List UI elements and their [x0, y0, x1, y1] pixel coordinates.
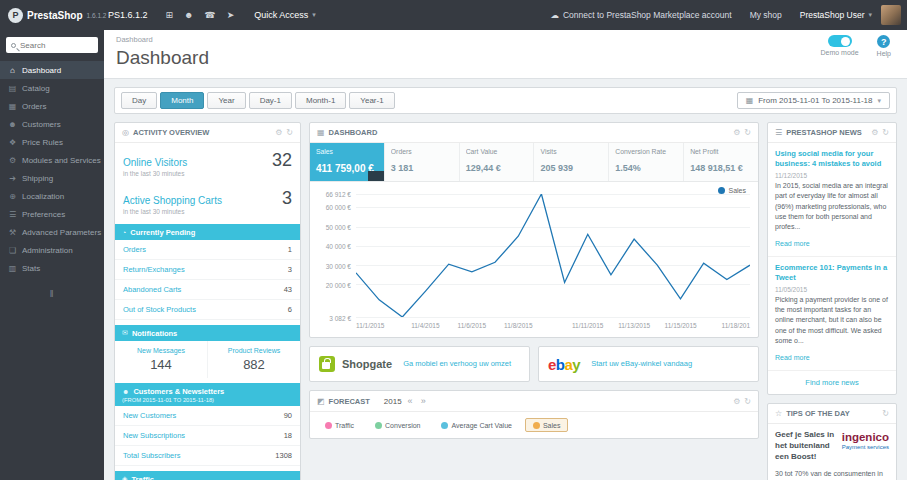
kpi-visits-tab[interactable]: Visits 205 939	[534, 143, 609, 181]
employees-icon[interactable]: ☻	[184, 10, 193, 20]
refresh-icon[interactable]: ↻	[286, 128, 293, 137]
ebay-logo: ebay	[548, 357, 580, 372]
filter-day-1-button[interactable]: Day-1	[249, 92, 292, 109]
gear-icon[interactable]: ⚙	[871, 128, 878, 137]
total-subscribers-link[interactable]: Total Subscribers	[123, 451, 181, 460]
filter-month-button[interactable]: Month	[160, 92, 204, 109]
sidebar-item-label: Localization	[22, 192, 64, 201]
new-messages-cell[interactable]: New Messages 144	[115, 341, 208, 378]
marketplace-link[interactable]: ☁ Connect to PrestaShop Marketplace acco…	[541, 10, 740, 20]
active-carts-value: 3	[282, 189, 292, 207]
orders-icon: ▦	[8, 102, 17, 111]
news-item-title-link[interactable]: Ecommerce 101: Payments in a Tweet	[775, 263, 889, 283]
sidebar-item-preferences[interactable]: ☰Preferences	[0, 205, 104, 223]
sidebar-item-price-rules[interactable]: ❖Price Rules	[0, 133, 104, 151]
prestashop-logo[interactable]: P PrestaShop 1.6.1.2	[0, 8, 100, 23]
find-more-news-link[interactable]: Find more news	[768, 371, 896, 394]
gear-icon[interactable]: ⚙	[275, 128, 282, 137]
sidebar-item-shipping[interactable]: ➔Shipping	[0, 169, 104, 187]
pending-returns-link[interactable]: Return/Exchanges	[123, 265, 185, 274]
refresh-icon[interactable]: ↻	[882, 409, 889, 418]
date-range-picker[interactable]: ▦ From 2015-11-01 To 2015-11-18 ▾	[737, 92, 890, 109]
forecast-legend-conversion[interactable]: Conversion	[367, 418, 428, 432]
kpi-sales-tab[interactable]: Sales 411 759,00 €	[310, 143, 385, 181]
filter-day-button[interactable]: Day	[121, 92, 157, 109]
kpi-cart-value-tab[interactable]: Cart Value 129,44 €	[460, 143, 535, 181]
prestashop-news-panel: ☰ PRESTASHOP NEWS ⚙ ↻ Using social media…	[767, 122, 897, 395]
abandoned-carts-row: Abandoned Carts43	[115, 280, 300, 300]
wrench-icon: ⚒	[8, 228, 17, 237]
kpi-net-profit-tab[interactable]: Net Profit 148 918,51 €	[684, 143, 758, 181]
brand-name: PrestaShop	[27, 10, 83, 21]
onboarding-rocket-icon[interactable]: ➤	[227, 10, 235, 20]
kpi-conversion-rate-tab[interactable]: Conversion Rate 1.54%	[609, 143, 684, 181]
filter-year-1-button[interactable]: Year-1	[349, 92, 394, 109]
ingenico-brand-name: ingenico	[842, 432, 889, 444]
refresh-icon[interactable]: ↻	[882, 128, 889, 137]
online-visitors-row: Online Visitors 32	[115, 143, 300, 169]
forecast-legend-traffic[interactable]: Traffic	[317, 418, 362, 432]
y-axis-tick: 30 000 €	[326, 262, 351, 269]
sidebar-search[interactable]	[6, 37, 98, 53]
pending-orders-link[interactable]: Orders	[123, 245, 146, 254]
new-customers-link[interactable]: New Customers	[123, 411, 176, 420]
shop-name-link[interactable]: PS1.6.1.2	[100, 10, 156, 20]
forecast-legend-average-cart-value[interactable]: Average Cart Value	[433, 418, 519, 432]
topbar-icons: ⊞ ☻ ☎ ➤	[156, 10, 245, 20]
sidebar-item-label: Catalog	[22, 84, 50, 93]
ebay-link[interactable]: Start uw eBay-winkel vandaag	[591, 359, 692, 369]
cart-icon[interactable]: ⊞	[166, 10, 174, 20]
refresh-icon[interactable]: ↻	[744, 397, 751, 406]
sidebar-item-label: Shipping	[22, 174, 53, 183]
sidebar-item-dashboard[interactable]: ⌂Dashboard	[0, 61, 104, 79]
quick-access-label: Quick Access	[254, 10, 308, 20]
sidebar-item-stats[interactable]: ▥Stats	[0, 259, 104, 277]
read-more-link[interactable]: Read more	[775, 354, 810, 361]
demo-mode-toggle[interactable]	[828, 35, 852, 47]
filter-month-1-button[interactable]: Month-1	[295, 92, 346, 109]
forecast-legend-sales[interactable]: Sales	[525, 418, 569, 432]
sidebar-collapse-button[interactable]: ‖	[0, 289, 104, 299]
shopgate-link[interactable]: Ga mobiel en verhoog uw omzet	[403, 359, 511, 369]
sidebar-item-advanced-parameters[interactable]: ⚒Advanced Parameters	[0, 223, 104, 241]
sidebar-item-administration[interactable]: ❏Administration	[0, 241, 104, 259]
out-of-stock-link[interactable]: Out of Stock Products	[123, 305, 196, 314]
next-year-button[interactable]: »	[419, 396, 428, 406]
chart-legend-sales[interactable]: Sales	[718, 187, 746, 194]
dashboard-panel-header: ▦ DASHBOARD ⚙ ↻	[310, 123, 758, 143]
sales-chart: Sales 66 912 €60 000 €50 000 €40 000 €30…	[310, 182, 758, 337]
sidebar-item-localization[interactable]: ⊕Localization	[0, 187, 104, 205]
user-avatar[interactable]	[881, 5, 901, 25]
help-icon[interactable]: ?	[877, 35, 890, 48]
news-item-title-link[interactable]: Using social media for your business: 4 …	[775, 149, 889, 169]
kpi-orders-tab[interactable]: Orders 3 181	[385, 143, 460, 181]
filter-year-button[interactable]: Year	[207, 92, 245, 109]
refresh-icon[interactable]: ↻	[744, 128, 751, 137]
my-shop-link[interactable]: My shop	[741, 10, 791, 20]
new-subscriptions-link[interactable]: New Subscriptions	[123, 431, 185, 440]
user-menu[interactable]: PrestaShop User ▾	[791, 10, 881, 20]
sidebar-item-catalog[interactable]: ▤Catalog	[0, 79, 104, 97]
gear-icon[interactable]: ⚙	[733, 397, 740, 406]
sidebar-item-modules[interactable]: ⚙Modules and Services	[0, 151, 104, 169]
product-reviews-cell[interactable]: Product Reviews 882	[208, 341, 300, 378]
cloud-icon: ☁	[550, 10, 559, 20]
legend-dot	[441, 422, 448, 429]
sidebar-item-orders[interactable]: ▦Orders	[0, 97, 104, 115]
active-carts-link[interactable]: Active Shopping Carts	[123, 195, 222, 206]
sidebar-item-customers[interactable]: ☻Customers	[0, 115, 104, 133]
kpi-label: Visits	[540, 148, 602, 155]
stats-icon: ▥	[8, 264, 17, 273]
read-more-link[interactable]: Read more	[775, 240, 810, 247]
support-icon[interactable]: ☎	[205, 10, 216, 20]
previous-year-button[interactable]: «	[406, 396, 415, 406]
online-visitors-link[interactable]: Online Visitors	[123, 157, 187, 168]
search-input[interactable]	[20, 41, 93, 50]
sidebar-item-label: Dashboard	[22, 66, 61, 75]
kpi-label: Cart Value	[466, 148, 528, 155]
row-value: 1308	[275, 451, 292, 460]
abandoned-carts-link[interactable]: Abandoned Carts	[123, 285, 181, 294]
quick-access-menu[interactable]: Quick Access ▾	[244, 10, 326, 20]
kpi-label: Conversion Rate	[615, 148, 677, 155]
gear-icon[interactable]: ⚙	[733, 128, 740, 137]
